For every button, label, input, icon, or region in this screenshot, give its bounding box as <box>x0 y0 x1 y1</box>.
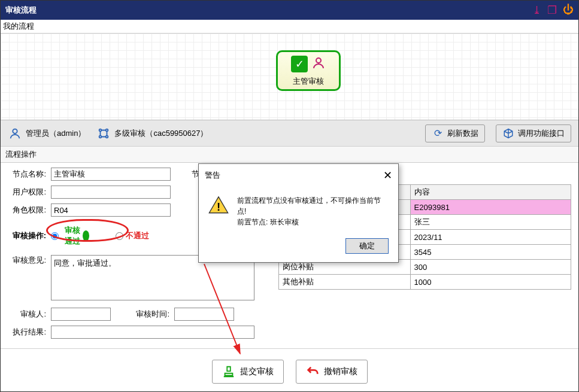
invoke-button[interactable]: 调用功能接口 <box>496 124 571 142</box>
table-row[interactable]: 其他补贴1000 <box>279 275 571 290</box>
radio-pass[interactable]: 审核通过 ✓ <box>51 225 89 247</box>
undo-button[interactable]: 撤销审核 <box>296 360 368 384</box>
reviewer-input[interactable] <box>51 308 111 321</box>
titlebar: 审核流程 ⤓ ❐ ⏻ <box>1 1 578 20</box>
svg-point-3 <box>106 129 108 131</box>
role-perm-input[interactable] <box>51 203 171 217</box>
node-label: 主管审核 <box>278 76 339 87</box>
reviewer-label: 审核人: <box>8 309 46 320</box>
minimize-icon[interactable]: ⤓ <box>532 4 541 17</box>
cube-icon <box>502 127 514 139</box>
node-name-input[interactable] <box>51 168 171 181</box>
svg-point-5 <box>106 135 108 138</box>
check-icon: ✓ <box>83 230 89 241</box>
my-flow-label: 我的流程 <box>1 20 578 34</box>
dialog-message: 前置流程节点没有审核通过，不可操作当前节点! 前置节点: 班长审核 <box>237 195 389 227</box>
user-perm-label: 用户权限: <box>8 187 46 197</box>
svg-text:!: ! <box>217 200 220 213</box>
flow-node-supervisor[interactable]: ✓ 主管审核 <box>276 50 341 91</box>
submit-button[interactable]: 提交审核 <box>212 360 284 384</box>
radio-fail[interactable]: 不通过 <box>116 230 154 241</box>
svg-point-0 <box>316 58 321 63</box>
action-label: 审核操作: <box>8 230 46 241</box>
person-icon <box>311 56 326 70</box>
window-title: 审核流程 <box>5 5 37 16</box>
col-header-content: 内容 <box>410 185 571 200</box>
svg-point-4 <box>99 135 102 138</box>
warning-icon: ! <box>208 195 229 215</box>
result-input[interactable] <box>51 326 254 339</box>
undo-icon <box>306 365 319 378</box>
role-perm-label: 角色权限: <box>8 205 46 215</box>
dialog-ok-button[interactable]: 确定 <box>345 238 389 254</box>
warning-dialog: 警告 ✕ ! 前置流程节点没有审核通过，不可操作当前节点! 前置节点: 班长审核… <box>198 163 399 263</box>
dialog-close-icon[interactable]: ✕ <box>383 169 392 182</box>
node-name-label: 节点名称: <box>8 169 46 180</box>
flow-icon <box>96 126 111 141</box>
stamp-icon <box>222 365 235 378</box>
user-icon <box>8 126 22 141</box>
refresh-icon: ⟳ <box>432 127 444 139</box>
clipboard-check-icon: ✓ <box>291 56 308 72</box>
result-label: 执行结果: <box>8 327 46 338</box>
section-title: 流程操作 <box>1 147 578 163</box>
opinion-label: 审核意见: <box>8 255 46 266</box>
dialog-title: 警告 <box>205 170 220 181</box>
titlebar-buttons: ⤓ ❐ ⏻ <box>532 4 574 17</box>
info-bar: 管理员（admin） 多级审核（cac59950627） ⟳ 刷新数据 调用功能… <box>1 120 578 147</box>
flow-canvas: ✓ 主管审核 <box>1 34 578 120</box>
review-time-input[interactable] <box>174 308 234 321</box>
flow-info: 多级审核（cac59950627） <box>96 126 208 141</box>
review-time-label: 审核时间: <box>128 309 169 320</box>
maximize-icon[interactable]: ❐ <box>547 4 557 17</box>
close-icon[interactable]: ⏻ <box>563 4 574 17</box>
bottom-buttons: 提交审核 撤销审核 <box>1 348 578 392</box>
user-perm-input[interactable] <box>51 186 171 199</box>
user-info: 管理员（admin） <box>8 126 86 141</box>
refresh-button[interactable]: ⟳ 刷新数据 <box>425 124 485 142</box>
svg-point-1 <box>13 129 17 133</box>
svg-point-2 <box>99 129 102 131</box>
